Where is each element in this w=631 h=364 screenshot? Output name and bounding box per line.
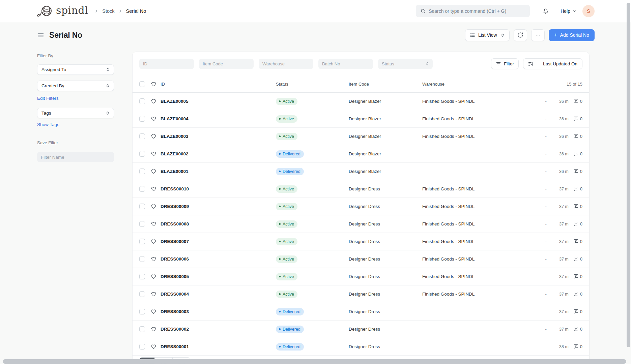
row-checkbox[interactable] [139, 116, 145, 122]
row-id-link[interactable]: DRESS00001 [161, 344, 276, 349]
heart-icon[interactable] [151, 274, 156, 279]
heart-icon[interactable] [151, 344, 156, 350]
row-id-link[interactable]: DRESS00004 [161, 292, 276, 297]
show-tags-link[interactable]: Show Tags [37, 122, 59, 127]
search-input[interactable] [416, 5, 530, 17]
comment-count-button[interactable]: 0 [573, 326, 582, 332]
comment-count-button[interactable]: 0 [573, 133, 582, 139]
heart-icon[interactable] [151, 221, 156, 227]
table-row[interactable]: DRESS00002 Delivered Designer Dress - 37… [133, 321, 589, 338]
vertical-scrollbar-thumb[interactable] [627, 3, 630, 347]
id-filter-input[interactable] [139, 59, 194, 69]
row-id-link[interactable]: DRESS00010 [161, 186, 276, 191]
comment-count-button[interactable]: 0 [573, 291, 582, 297]
tags-select[interactable]: Tags [37, 108, 114, 118]
assigned-to-select[interactable]: Assigned To [37, 64, 114, 75]
created-by-select[interactable]: Created By [37, 81, 114, 91]
more-options-button[interactable] [531, 29, 545, 41]
row-id-link[interactable]: BLAZE00001 [161, 169, 276, 174]
row-id-link[interactable]: DRESS00009 [161, 204, 276, 209]
table-row[interactable]: DRESS00008 Active Designer Dress Finishe… [133, 215, 589, 233]
heart-icon[interactable] [151, 309, 156, 314]
breadcrumb-serial-no[interactable]: Serial No [126, 8, 146, 14]
refresh-button[interactable] [514, 29, 527, 41]
table-row[interactable]: DRESS00009 Active Designer Dress Finishe… [133, 198, 589, 215]
row-id-link[interactable]: DRESS00007 [161, 239, 276, 244]
status-filter-select[interactable]: Status [378, 59, 433, 69]
item-code-filter-input[interactable] [199, 59, 254, 69]
select-all-checkbox[interactable] [139, 81, 145, 87]
view-switcher-button[interactable]: List View [465, 29, 510, 41]
add-serial-no-button[interactable]: + Add Serial No [549, 29, 595, 41]
comment-count-button[interactable]: 0 [573, 169, 582, 174]
heart-icon[interactable] [151, 186, 156, 192]
comment-count-button[interactable]: 0 [573, 204, 582, 209]
app-logo[interactable]: spindl [36, 4, 88, 18]
horizontal-scrollbar-thumb[interactable] [3, 359, 626, 364]
table-row[interactable]: DRESS00006 Active Designer Dress Finishe… [133, 250, 589, 268]
table-row[interactable]: DRESS00010 Active Designer Dress Finishe… [133, 180, 589, 198]
row-id-link[interactable]: BLAZE00004 [161, 116, 276, 121]
row-checkbox[interactable] [139, 256, 145, 262]
heart-icon[interactable] [151, 133, 156, 139]
row-checkbox[interactable] [139, 344, 145, 350]
heart-icon[interactable] [151, 239, 156, 244]
sidebar-toggle-button[interactable] [36, 31, 45, 39]
heart-icon[interactable] [151, 169, 156, 174]
comment-count-button[interactable]: 0 [573, 239, 582, 244]
sort-button[interactable]: Last Updated On [523, 58, 582, 69]
breadcrumb-stock[interactable]: Stock [102, 8, 114, 14]
table-row[interactable]: DRESS00001 Delivered Designer Dress - 38… [133, 338, 589, 356]
batch-no-filter-input[interactable] [318, 59, 373, 69]
table-row[interactable]: BLAZE00005 Active Designer Blazer Finish… [133, 93, 589, 110]
heart-icon[interactable] [151, 151, 156, 157]
filter-button[interactable]: Filter [491, 58, 519, 69]
row-checkbox[interactable] [139, 221, 145, 227]
comment-count-button[interactable]: 0 [573, 344, 582, 350]
heart-icon[interactable] [151, 204, 156, 209]
table-row[interactable]: DRESS00007 Active Designer Dress Finishe… [133, 233, 589, 250]
row-id-link[interactable]: DRESS00003 [161, 309, 276, 314]
notifications-button[interactable] [541, 6, 551, 16]
heart-icon[interactable] [151, 326, 156, 332]
comment-count-button[interactable]: 0 [573, 151, 582, 157]
warehouse-filter-input[interactable] [259, 59, 313, 69]
heart-icon[interactable] [151, 98, 156, 104]
comment-count-button[interactable]: 0 [573, 309, 582, 314]
edit-filters-link[interactable]: Edit Filters [37, 96, 59, 101]
row-checkbox[interactable] [139, 186, 145, 192]
heart-icon[interactable] [151, 256, 156, 262]
row-id-link[interactable]: DRESS00008 [161, 221, 276, 226]
row-id-link[interactable]: BLAZE00003 [161, 134, 276, 139]
table-row[interactable]: DRESS00004 Active Designer Dress Finishe… [133, 285, 589, 303]
row-checkbox[interactable] [139, 151, 145, 157]
row-checkbox[interactable] [139, 204, 145, 209]
table-row[interactable]: BLAZE00004 Active Designer Blazer Finish… [133, 110, 589, 128]
heart-icon[interactable] [151, 116, 156, 122]
like-filter-heart-icon[interactable] [151, 81, 156, 87]
row-checkbox[interactable] [139, 169, 145, 174]
row-checkbox[interactable] [139, 309, 145, 314]
row-checkbox[interactable] [139, 326, 145, 332]
row-id-link[interactable]: DRESS00006 [161, 256, 276, 262]
heart-icon[interactable] [151, 291, 156, 297]
row-checkbox[interactable] [139, 239, 145, 244]
user-avatar[interactable]: S [582, 5, 595, 17]
comment-count-button[interactable]: 0 [573, 98, 582, 104]
row-id-link[interactable]: DRESS00002 [161, 327, 276, 332]
row-id-link[interactable]: DRESS00005 [161, 274, 276, 279]
comment-count-button[interactable]: 0 [573, 274, 582, 279]
row-checkbox[interactable] [139, 274, 145, 279]
table-row[interactable]: BLAZE00002 Delivered Designer Blazer - 3… [133, 145, 589, 163]
help-menu-button[interactable]: Help [561, 8, 576, 14]
row-id-link[interactable]: BLAZE00005 [161, 99, 276, 104]
table-row[interactable]: DRESS00005 Active Designer Dress Finishe… [133, 268, 589, 285]
row-id-link[interactable]: BLAZE00002 [161, 151, 276, 156]
row-checkbox[interactable] [139, 291, 145, 297]
comment-count-button[interactable]: 0 [573, 256, 582, 262]
comment-count-button[interactable]: 0 [573, 116, 582, 122]
filter-name-input[interactable] [37, 152, 114, 162]
table-row[interactable]: BLAZE00003 Active Designer Blazer Finish… [133, 128, 589, 145]
table-row[interactable]: BLAZE00001 Delivered Designer Blazer - 3… [133, 163, 589, 180]
table-row[interactable]: DRESS00003 Delivered Designer Dress - 37… [133, 303, 589, 321]
